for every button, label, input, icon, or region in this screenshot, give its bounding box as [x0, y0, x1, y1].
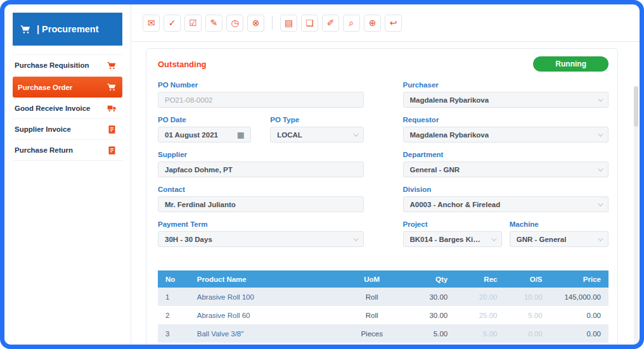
- invoice-icon: [107, 146, 117, 155]
- cart-icon: [107, 82, 117, 92]
- check-icon[interactable]: ✓: [164, 15, 181, 32]
- sidebar-item-supplier-invoice[interactable]: Supplier Invoice: [13, 119, 122, 140]
- content-area: Outstanding Running PO Number PO21-08-00…: [131, 42, 640, 345]
- col-os: O/S: [505, 270, 550, 288]
- mail-icon[interactable]: ✉: [143, 15, 160, 32]
- form-row: Project BK014 - Barges Kimtra... Machine: [403, 220, 609, 255]
- form-left-column: PO Number PO21-08-0002 PO Date 01 August…: [158, 81, 364, 255]
- app-title: | Procurement: [37, 24, 99, 34]
- division-select[interactable]: A0003 - Anchor & Firelead: [403, 196, 609, 212]
- chevron-down-icon: [353, 131, 358, 136]
- app-frame: | Procurement Purchase Requisition Purch…: [0, 0, 644, 349]
- field-payment-term: Payment Term 30H - 30 Days: [158, 220, 364, 247]
- sidebar-item-label: Purchase Return: [15, 146, 73, 154]
- invoice-icon: [107, 125, 117, 134]
- payment-term-select[interactable]: 30H - 30 Days: [158, 231, 364, 247]
- field-purchaser: Purchaser Magdalena Rybarikova: [403, 81, 609, 108]
- col-uom: UoM: [338, 270, 406, 288]
- col-no: No: [158, 270, 190, 288]
- po-date-input[interactable]: 01 August 2021 ▦: [158, 127, 251, 143]
- cancel-icon[interactable]: ⊗: [247, 15, 264, 32]
- chevron-down-icon: [598, 131, 603, 136]
- toolbar-separator: [272, 16, 273, 30]
- supplier-label: Supplier: [158, 151, 364, 158]
- department-select[interactable]: General - GNR: [403, 162, 609, 177]
- col-price: Price: [550, 270, 609, 288]
- po-type-label: PO Type: [270, 116, 363, 124]
- search-icon[interactable]: ⌕: [343, 15, 360, 32]
- check-circle-icon[interactable]: ☑: [184, 15, 202, 32]
- chevron-down-icon: [598, 96, 603, 101]
- add-icon[interactable]: ⊕: [364, 15, 381, 32]
- pen-icon[interactable]: ✐: [322, 15, 339, 32]
- toolbar: ✉ ✓ ☑ ✎ ◷ ⊗ ▤ ❏ ✐ ⌕ ⊕ ↩: [131, 4, 640, 42]
- file-icon[interactable]: ▤: [280, 15, 297, 32]
- contact-label: Contact: [158, 186, 364, 193]
- sidebar-item-label: Purchase Requisition: [15, 61, 89, 69]
- table-row[interactable]: 2 Abrasive Roll 60 Roll 30.00 25.00 5.00…: [158, 306, 609, 324]
- calendar-icon: ▦: [237, 130, 244, 139]
- col-rec: Rec: [455, 270, 505, 288]
- sidebar-item-good-receive-invoice[interactable]: Good Receive Invoice: [13, 98, 122, 119]
- edit-icon[interactable]: ✎: [205, 15, 222, 32]
- chevron-down-icon: [598, 236, 603, 241]
- table-row[interactable]: 1 Abrasive Roll 100 Roll 30.00 20.00 10.…: [158, 288, 609, 306]
- po-number-label: PO Number: [158, 81, 364, 89]
- chevron-down-icon: [491, 236, 496, 241]
- sidebar-item-label: Good Receive Invoice: [15, 105, 91, 112]
- field-machine: Machine GNR - General: [510, 220, 609, 247]
- card-header: Outstanding Running: [158, 56, 609, 72]
- vertical-scrollbar-thumb[interactable]: [634, 86, 638, 127]
- sidebar-item-purchase-return[interactable]: Purchase Return: [13, 140, 122, 161]
- purchaser-select[interactable]: Magdalena Rybarikova: [403, 92, 609, 108]
- division-label: Division: [403, 186, 609, 193]
- contact-input[interactable]: Mr. Ferdinal Julianto: [158, 196, 364, 212]
- history-icon[interactable]: ◷: [226, 15, 243, 32]
- field-supplier: Supplier Japfaco Dohme, PT: [158, 151, 364, 177]
- po-date-label: PO Date: [158, 116, 251, 124]
- chevron-down-icon: [598, 166, 603, 171]
- po-number-input[interactable]: PO21-08-0002: [158, 92, 364, 108]
- col-product-name: Product Name: [190, 270, 338, 288]
- sidebar-item-label: Supplier Invoice: [15, 125, 71, 133]
- project-select[interactable]: BK014 - Barges Kimtra...: [403, 231, 502, 247]
- cart-icon: [107, 61, 117, 70]
- purchase-order-card: Outstanding Running PO Number PO21-08-00…: [146, 48, 618, 345]
- department-label: Department: [403, 151, 609, 158]
- vertical-scrollbar[interactable]: [634, 86, 638, 345]
- items-table: No Product Name UoM Qty Rec O/S Price: [158, 270, 609, 343]
- field-requestor: Requestor Magdalena Rybarikova: [403, 116, 609, 143]
- status-label: Outstanding: [158, 60, 207, 69]
- requestor-select[interactable]: Magdalena Rybarikova: [403, 127, 609, 143]
- undo-icon[interactable]: ↩: [385, 15, 402, 32]
- project-label: Project: [403, 220, 502, 228]
- sidebar-item-purchase-requisition[interactable]: Purchase Requisition: [13, 55, 122, 76]
- table-row[interactable]: 3 Ball Valve 3/8" Pieces 5.00 5.00 0.00 …: [158, 324, 609, 343]
- chevron-down-icon: [353, 236, 358, 241]
- purchaser-label: Purchaser: [403, 81, 609, 89]
- form-right-column: Purchaser Magdalena Rybarikova Requestor…: [403, 81, 609, 255]
- app-window: | Procurement Purchase Requisition Purch…: [4, 4, 640, 345]
- main-area: ✉ ✓ ☑ ✎ ◷ ⊗ ▤ ❏ ✐ ⌕ ⊕ ↩ Outstanding Runn…: [131, 4, 640, 345]
- sidebar: | Procurement Purchase Requisition Purch…: [4, 4, 131, 345]
- app-header: | Procurement: [13, 13, 122, 46]
- field-po-type: PO Type LOCAL: [270, 116, 363, 143]
- field-project: Project BK014 - Barges Kimtra...: [403, 220, 502, 247]
- requestor-label: Requestor: [403, 116, 609, 124]
- cart-icon: [20, 24, 31, 35]
- field-po-date: PO Date 01 August 2021 ▦: [158, 116, 251, 143]
- running-button[interactable]: Running: [533, 56, 609, 72]
- machine-select[interactable]: GNR - General: [510, 231, 609, 247]
- sidebar-item-purchase-order[interactable]: Purchase Order: [13, 77, 122, 98]
- supplier-input[interactable]: Japfaco Dohme, PT: [158, 162, 364, 177]
- form-row: PO Date 01 August 2021 ▦ PO Type: [158, 116, 364, 151]
- chevron-down-icon: [598, 201, 603, 206]
- payment-term-label: Payment Term: [158, 220, 364, 228]
- machine-label: Machine: [510, 220, 609, 228]
- field-po-number: PO Number PO21-08-0002: [158, 81, 364, 108]
- sidebar-menu: Purchase Requisition Purchase Order Good…: [13, 54, 122, 161]
- file-remove-icon[interactable]: ❏: [301, 15, 318, 32]
- po-type-select[interactable]: LOCAL: [270, 127, 363, 143]
- col-qty: Qty: [406, 270, 455, 288]
- field-division: Division A0003 - Anchor & Firelead: [403, 186, 609, 212]
